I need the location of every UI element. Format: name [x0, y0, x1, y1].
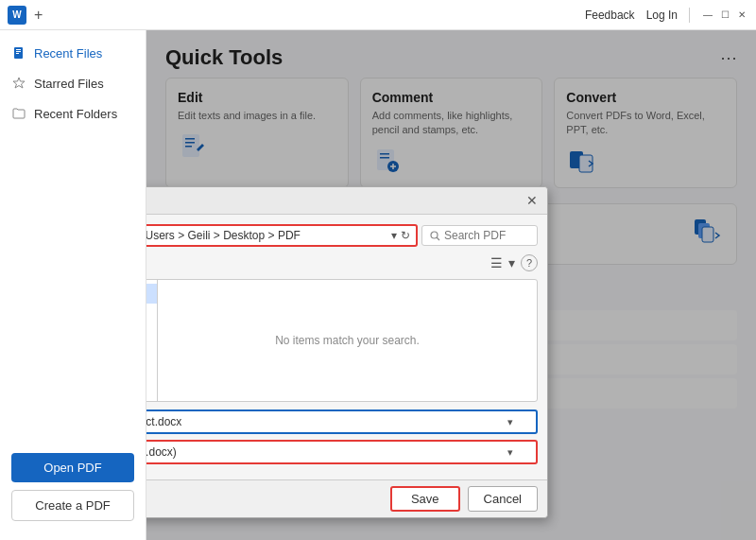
save-as-type-row: Save as type: Word(*.docx) ▾: [146, 440, 538, 464]
path-text: c (C:) > Users > Geili > Desktop > PDF: [146, 229, 387, 242]
starred-files-label: Starred Files: [34, 77, 104, 91]
toolbar-row: Organize ▾ New folder ☰ ▾ ?: [146, 254, 538, 271]
dialog-overlay: Save As ✕ ← → ↑ c (C:) > Users > Geili >…: [146, 30, 756, 540]
folder-tree-music[interactable]: 🎵 Music: [146, 343, 157, 363]
dialog-close-button[interactable]: ✕: [526, 193, 538, 208]
titlebar-left: W +: [8, 6, 43, 25]
no-match-text: No items match your search.: [275, 334, 420, 347]
save-as-type-value: Word(*.docx): [146, 445, 177, 459]
path-bar[interactable]: c (C:) > Users > Geili > Desktop > PDF ▾…: [146, 224, 418, 247]
app-logo: W: [8, 6, 26, 25]
login-link[interactable]: Log In: [646, 9, 678, 22]
save-as-type-select[interactable]: Word(*.docx) ▾: [146, 440, 538, 464]
sidebar-bottom: Open PDF Create a PDF: [0, 442, 146, 532]
app-body: Recent Files Starred Files Recent Folder…: [0, 30, 756, 540]
svg-line-45: [437, 237, 439, 240]
save-as-type-dropdown-icon[interactable]: ▾: [507, 446, 513, 459]
file-browser: 📁 Desktop 📁 Documents 📥 Downloads: [146, 279, 538, 402]
svg-rect-3: [16, 53, 19, 54]
window-controls: — ☐ ✕: [701, 9, 748, 22]
folder-tree-downloads[interactable]: 📥 Downloads: [146, 323, 157, 343]
file-name-value: Architect.docx: [146, 415, 181, 428]
dialog-body: ← → ↑ c (C:) > Users > Geili > Desktop >…: [146, 215, 547, 479]
main-content: Quick Tools ⋯ Edit Edit texts and images…: [146, 30, 756, 540]
folder-tree: 📁 Desktop 📁 Documents 📥 Downloads: [146, 280, 158, 401]
cancel-button[interactable]: Cancel: [468, 486, 538, 512]
refresh-icon[interactable]: ↻: [401, 229, 410, 242]
file-name-row: File name: Architect.docx ▾: [146, 409, 538, 434]
search-dialog-input[interactable]: [444, 229, 529, 242]
maximize-button[interactable]: ☐: [718, 9, 731, 22]
svg-rect-2: [16, 51, 21, 52]
starred-files-icon: [11, 76, 26, 91]
dialog-buttons: Save Cancel: [390, 486, 538, 512]
svg-point-44: [431, 232, 438, 238]
recent-folders-icon: [11, 106, 26, 121]
nav-bar: ← → ↑ c (C:) > Users > Geili > Desktop >…: [146, 224, 538, 247]
new-tab-button[interactable]: +: [34, 7, 43, 24]
recent-files-label: Recent Files: [34, 46, 102, 61]
folder-tree-desktop[interactable]: 📁 Desktop: [146, 284, 157, 304]
file-name-input[interactable]: Architect.docx ▾: [146, 409, 538, 434]
folder-tree-pictures[interactable]: 🖼 Pictures: [146, 363, 157, 383]
recent-folders-label: Recent Folders: [34, 107, 117, 121]
open-pdf-button[interactable]: Open PDF: [11, 453, 134, 482]
dialog-titlebar: Save As ✕: [146, 187, 547, 215]
svg-rect-1: [16, 49, 21, 50]
create-pdf-button[interactable]: Create a PDF: [11, 490, 134, 521]
help-button[interactable]: ?: [521, 254, 538, 271]
feedback-link[interactable]: Feedback: [585, 9, 635, 22]
svg-marker-4: [13, 78, 25, 88]
search-dialog[interactable]: [421, 225, 538, 246]
detail-view-button[interactable]: ▾: [508, 255, 515, 270]
browser-main-area: No items match your search.: [158, 280, 537, 401]
sidebar-item-starred-files[interactable]: Starred Files: [0, 68, 146, 98]
folder-tree-videos[interactable]: 🎬 Videos: [146, 383, 157, 401]
toolbar-right: ☰ ▾ ?: [490, 254, 538, 271]
minimize-button[interactable]: —: [701, 9, 714, 22]
titlebar: W + Feedback Log In — ☐ ✕: [0, 0, 756, 30]
recent-files-icon: [11, 45, 26, 61]
dialog-footer: ∧ Hide Folders Save Cancel: [146, 479, 547, 517]
sidebar-item-recent-files[interactable]: Recent Files: [0, 38, 146, 68]
sidebar-item-recent-folders[interactable]: Recent Folders: [0, 98, 146, 129]
save-as-dialog: Save As ✕ ← → ↑ c (C:) > Users > Geili >…: [146, 186, 548, 518]
file-name-dropdown-icon[interactable]: ▾: [507, 416, 513, 428]
search-dialog-icon: [430, 231, 440, 241]
list-view-button[interactable]: ☰: [490, 255, 503, 270]
path-dropdown-icon[interactable]: ▾: [391, 229, 397, 242]
folder-tree-documents[interactable]: 📁 Documents: [146, 304, 157, 323]
separator: [689, 8, 690, 23]
save-button[interactable]: Save: [390, 486, 460, 512]
close-button[interactable]: ✕: [735, 9, 748, 22]
sidebar: Recent Files Starred Files Recent Folder…: [0, 30, 146, 540]
titlebar-right: Feedback Log In — ☐ ✕: [585, 8, 748, 23]
